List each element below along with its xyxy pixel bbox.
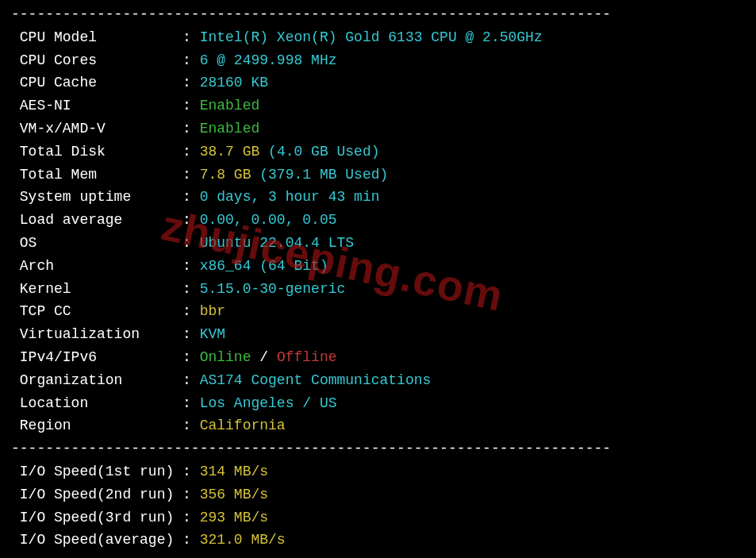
info-row-virtualization: Virtualization : KVM xyxy=(11,323,745,346)
row-label: Region xyxy=(11,418,182,433)
row-label: Virtualization xyxy=(11,326,182,342)
row-label: CPU Model xyxy=(11,29,182,45)
info-row-kernel: Kernel : 5.15.0-30-generic xyxy=(11,278,745,301)
row-label: Arch xyxy=(11,258,182,274)
row-colon: : xyxy=(182,121,200,137)
row-value: 356 MB/s xyxy=(200,487,268,502)
row-value: 6 @ 2499.998 MHz xyxy=(200,52,337,68)
row-colon: : xyxy=(182,372,200,388)
row-label: Organization xyxy=(11,372,182,388)
row-colon: : xyxy=(182,326,200,342)
row-value: / xyxy=(251,349,276,365)
row-colon: : xyxy=(182,532,200,548)
row-label: Kernel xyxy=(11,281,182,297)
system-info-section: CPU Model : Intel(R) Xeon(R) Gold 6133 C… xyxy=(11,26,745,437)
row-label: I/O Speed(1st run) xyxy=(11,464,182,479)
row-value: KVM xyxy=(200,326,225,342)
info-row-region: Region : California xyxy=(11,414,745,437)
info-row-cpu-cache: CPU Cache : 28160 KB xyxy=(11,71,745,94)
row-colon: : xyxy=(182,52,200,68)
info-row-cpu-model: CPU Model : Intel(R) Xeon(R) Gold 6133 C… xyxy=(11,26,745,49)
row-colon: : xyxy=(182,167,200,183)
info-row-aes-ni: AES-NI : Enabled xyxy=(11,94,745,117)
row-value: 0 days, 3 hour 43 min xyxy=(200,189,380,205)
row-colon: : xyxy=(182,510,200,525)
row-label: Total Disk xyxy=(11,144,182,160)
row-colon: : xyxy=(182,98,200,114)
row-value: California xyxy=(200,418,286,433)
info-row-total-mem: Total Mem : 7.8 GB (379.1 MB Used) xyxy=(11,164,745,187)
io-row-i-o-speed-3rd-run-: I/O Speed(3rd run) : 293 MB/s xyxy=(11,506,745,529)
info-row-cpu-cores: CPU Cores : 6 @ 2499.998 MHz xyxy=(11,49,745,72)
row-value: Offline xyxy=(277,349,337,365)
row-colon: : xyxy=(182,29,200,45)
io-speed-section: I/O Speed(1st run) : 314 MB/s I/O Speed(… xyxy=(11,460,745,552)
info-row-load-average: Load average : 0.00, 0.00, 0.05 xyxy=(11,209,745,232)
row-label: Load average xyxy=(11,212,182,228)
row-colon: : xyxy=(182,212,200,228)
info-row-tcp-cc: TCP CC : bbr xyxy=(11,300,745,323)
info-row-system-uptime: System uptime : 0 days, 3 hour 43 min xyxy=(11,186,745,209)
row-colon: : xyxy=(182,349,200,365)
divider-top: ----------------------------------------… xyxy=(11,3,745,26)
row-value: 38.7 GB xyxy=(200,144,260,160)
row-colon: : xyxy=(182,235,200,251)
row-label: AES-NI xyxy=(11,98,182,114)
info-row-location: Location : Los Angeles / US xyxy=(11,392,745,415)
row-value: 5.15.0-30-generic xyxy=(200,281,346,297)
row-label: IPv4/IPv6 xyxy=(11,349,182,365)
row-label: I/O Speed(average) xyxy=(11,532,182,548)
row-colon: : xyxy=(182,395,200,411)
row-value: bbr xyxy=(200,303,225,319)
row-value: x86_64 (64 Bit) xyxy=(200,258,328,274)
row-value: (4.0 GB Used) xyxy=(259,144,379,160)
io-row-i-o-speed-2nd-run-: I/O Speed(2nd run) : 356 MB/s xyxy=(11,483,745,506)
info-row-total-disk: Total Disk : 38.7 GB (4.0 GB Used) xyxy=(11,140,745,164)
row-value: 321.0 MB/s xyxy=(200,532,286,548)
row-label: I/O Speed(3rd run) xyxy=(11,510,182,525)
row-value: 28160 KB xyxy=(200,75,268,90)
row-value: Intel(R) Xeon(R) Gold 6133 CPU @ 2.50GHz xyxy=(200,29,543,45)
info-row-ipv4-ipv6: IPv4/IPv6 : Online / Offline xyxy=(11,346,745,369)
io-row-i-o-speed-1st-run-: I/O Speed(1st run) : 314 MB/s xyxy=(11,460,745,483)
row-colon: : xyxy=(182,303,200,319)
row-colon: : xyxy=(182,464,200,479)
row-label: I/O Speed(2nd run) xyxy=(11,487,182,502)
row-value: Enabled xyxy=(200,121,260,137)
row-label: Location xyxy=(11,395,182,411)
row-value: 293 MB/s xyxy=(200,510,268,525)
row-label: OS xyxy=(11,235,182,251)
row-label: Total Mem xyxy=(11,167,182,183)
row-colon: : xyxy=(182,258,200,274)
row-colon: : xyxy=(182,189,200,205)
row-colon: : xyxy=(182,487,200,502)
row-value: 7.8 GB xyxy=(200,167,251,183)
io-row-i-o-speed-average-: I/O Speed(average) : 321.0 MB/s xyxy=(11,529,745,552)
divider-middle: ----------------------------------------… xyxy=(11,437,745,460)
row-value: Ubuntu 22.04.4 LTS xyxy=(200,235,354,251)
row-value: Online xyxy=(200,349,251,365)
row-label: CPU Cache xyxy=(11,75,182,90)
info-row-os: OS : Ubuntu 22.04.4 LTS xyxy=(11,232,745,255)
row-colon: : xyxy=(182,75,200,90)
info-row-vm-x-amd-v: VM-x/AMD-V : Enabled xyxy=(11,117,745,140)
row-label: VM-x/AMD-V xyxy=(11,121,182,137)
row-value: (379.1 MB Used) xyxy=(251,167,388,183)
divider-bottom: ----------------------------------------… xyxy=(11,552,745,558)
row-label: TCP CC xyxy=(11,303,182,319)
row-colon: : xyxy=(182,144,200,160)
row-value: Los Angeles / US xyxy=(200,395,337,411)
info-row-arch: Arch : x86_64 (64 Bit) xyxy=(11,255,745,278)
row-value: AS174 Cogent Communications xyxy=(200,372,432,388)
row-value: 314 MB/s xyxy=(200,464,268,479)
row-value: Enabled xyxy=(200,98,260,114)
row-colon: : xyxy=(182,281,200,297)
row-value: 0.00, 0.00, 0.05 xyxy=(200,212,337,228)
row-label: System uptime xyxy=(11,189,182,205)
info-row-organization: Organization : AS174 Cogent Communicatio… xyxy=(11,369,745,392)
row-label: CPU Cores xyxy=(11,52,182,68)
row-colon: : xyxy=(182,418,200,433)
